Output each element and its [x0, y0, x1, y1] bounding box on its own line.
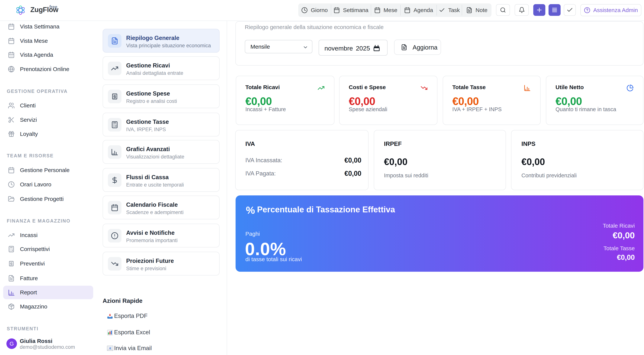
- svg-text:E: E: [110, 347, 111, 350]
